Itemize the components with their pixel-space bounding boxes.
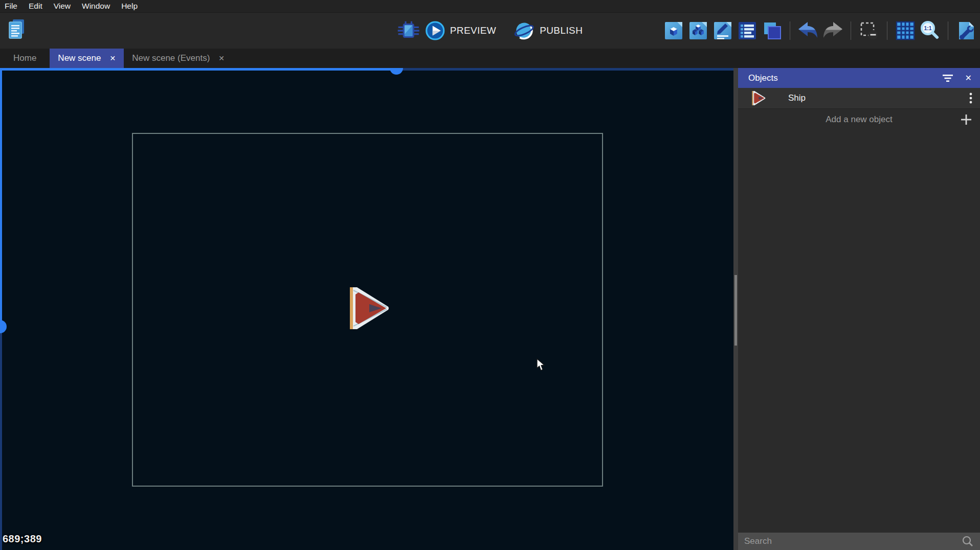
top-pane-divider-inactive[interactable] xyxy=(396,68,733,71)
filter-icon[interactable] xyxy=(942,74,954,83)
search-icon[interactable] xyxy=(962,535,974,547)
toolbar-separator xyxy=(851,21,851,40)
project-manager-icon[interactable] xyxy=(6,19,28,41)
object-groups-editor-icon[interactable] xyxy=(687,19,709,42)
scene-properties-icon[interactable] xyxy=(711,19,734,42)
more-options-icon[interactable] xyxy=(969,92,973,104)
publish-globe-icon xyxy=(514,20,535,41)
close-icon[interactable]: ✕ xyxy=(218,55,225,62)
close-icon[interactable]: ✕ xyxy=(109,55,116,62)
tab-label: New scene xyxy=(58,53,101,63)
menu-file[interactable]: File xyxy=(5,2,17,11)
instances-list-icon[interactable] xyxy=(736,19,759,42)
close-icon[interactable]: ✕ xyxy=(965,73,972,83)
editor-settings-icon[interactable] xyxy=(955,19,977,42)
menu-bar: File Edit View Window Help xyxy=(0,0,980,12)
panel-divider[interactable] xyxy=(733,68,738,550)
menu-help[interactable]: Help xyxy=(121,2,138,11)
debug-icon[interactable] xyxy=(397,19,420,42)
toolbar-separator xyxy=(790,21,790,40)
objects-panel-header: Objects ✕ xyxy=(738,68,980,88)
toolbar-separator xyxy=(887,21,887,40)
scene-canvas[interactable]: 689;389 xyxy=(0,68,733,550)
undo-icon[interactable] xyxy=(797,19,819,42)
toolbar-right-group: 1:1 xyxy=(662,13,977,49)
object-search-bar xyxy=(738,533,980,550)
ship-thumbnail-icon xyxy=(750,90,766,106)
left-pane-divider[interactable] xyxy=(0,68,2,320)
tab-home[interactable]: Home xyxy=(0,49,50,68)
publish-button[interactable]: PUBLISH xyxy=(514,20,583,41)
tab-new-scene-events[interactable]: New scene (Events) ✕ xyxy=(124,49,233,68)
canvas-scrollbar-thumb[interactable] xyxy=(734,275,737,346)
ship-instance[interactable] xyxy=(345,286,390,333)
objects-list-empty-area xyxy=(738,130,980,533)
top-divider-handle-icon[interactable] xyxy=(390,68,403,75)
objects-panel-title: Objects xyxy=(748,73,930,83)
object-name: Ship xyxy=(788,93,969,103)
menu-window[interactable]: Window xyxy=(82,2,110,11)
left-divider-handle-icon[interactable] xyxy=(0,320,7,333)
tab-new-scene[interactable]: New scene ✕ xyxy=(50,49,124,68)
menu-view[interactable]: View xyxy=(54,2,71,11)
objects-editor-icon[interactable] xyxy=(662,19,685,42)
object-row-ship[interactable]: Ship xyxy=(738,88,980,109)
plus-icon xyxy=(960,113,973,129)
top-pane-divider[interactable] xyxy=(0,68,396,71)
add-new-object-label: Add a new object xyxy=(826,114,892,125)
tab-bar: Home New scene ✕ New scene (Events) ✕ xyxy=(0,49,980,68)
toolbar-separator xyxy=(948,21,948,40)
main-area: 689;389 Objects ✕ xyxy=(0,68,980,550)
preview-button[interactable]: PREVIEW xyxy=(425,20,496,41)
object-search-input[interactable] xyxy=(744,536,962,546)
tab-label: New scene (Events) xyxy=(132,53,210,63)
publish-label: PUBLISH xyxy=(540,25,583,36)
svg-text:1:1: 1:1 xyxy=(924,25,931,31)
zoom-1-1-icon[interactable]: 1:1 xyxy=(919,19,941,42)
menu-edit[interactable]: Edit xyxy=(29,2,42,11)
preview-play-icon xyxy=(425,20,446,41)
cursor-coordinates: 689;389 xyxy=(3,533,42,545)
add-new-object-button[interactable]: Add a new object xyxy=(738,109,980,130)
toolbar-center-group: PREVIEW PUBLISH xyxy=(397,13,583,49)
deselect-instances-icon[interactable] xyxy=(858,19,880,42)
layers-icon[interactable] xyxy=(761,19,783,42)
toolbar: PREVIEW PUBLISH xyxy=(0,12,980,49)
objects-panel: Objects ✕ Ship xyxy=(738,68,980,550)
preview-label: PREVIEW xyxy=(450,25,496,36)
tab-label: Home xyxy=(13,53,36,63)
left-pane-divider-inactive[interactable] xyxy=(0,320,2,550)
toggle-grid-icon[interactable] xyxy=(894,19,917,42)
redo-icon[interactable] xyxy=(821,19,844,42)
mouse-cursor-icon xyxy=(537,358,545,374)
